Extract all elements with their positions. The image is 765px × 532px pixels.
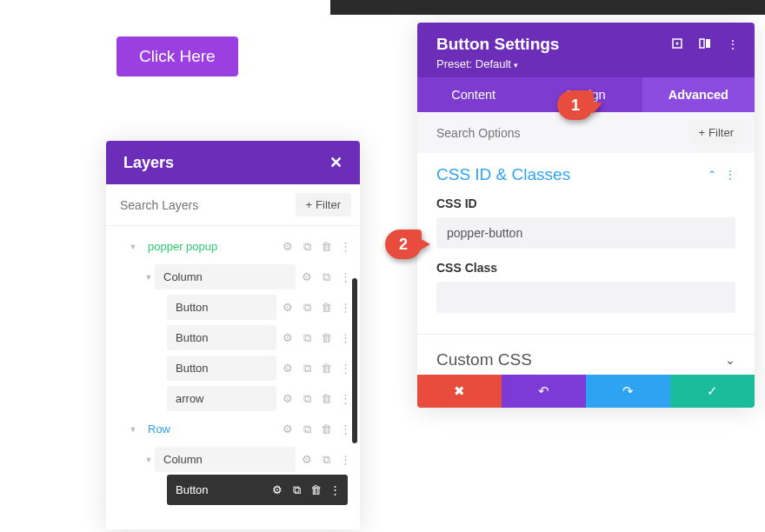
caret-icon[interactable]: ▼: [143, 456, 155, 464]
tree-row-active[interactable]: Button ⚙ ⧉ 🗑 ⋮: [167, 475, 348, 505]
cancel-button[interactable]: ✖: [417, 375, 502, 408]
gear-icon[interactable]: ⚙: [282, 240, 294, 253]
more-icon[interactable]: ⋮: [727, 37, 739, 51]
layers-panel: Layers ✕ + Filter ▼ popper popup ⚙ ⧉ 🗑 ⋮…: [106, 141, 360, 529]
tree-node-label[interactable]: Button: [167, 295, 276, 320]
field-css-class: CSS Class: [436, 261, 735, 313]
layers-tree: ▼ popper popup ⚙ ⧉ 🗑 ⋮ ▼ Column ⚙ ⧉ ⋮ Bu…: [106, 226, 360, 529]
duplicate-icon[interactable]: ⧉: [301, 301, 313, 315]
trash-icon[interactable]: 🗑: [320, 362, 332, 375]
css-class-input[interactable]: [436, 282, 735, 313]
section-css-id-classes: CSS ID & Classes ⌃ ⋮ CSS ID CSS Class: [417, 153, 755, 318]
tree-row[interactable]: arrow ⚙ ⧉ 🗑 ⋮: [106, 383, 360, 414]
tree-row[interactable]: Button ⚙ ⧉ 🗑 ⋮: [106, 353, 360, 383]
duplicate-icon[interactable]: ⧉: [301, 240, 313, 254]
tree-node-label[interactable]: Button: [167, 356, 276, 381]
duplicate-icon[interactable]: ⧉: [301, 392, 313, 406]
scrollbar[interactable]: [352, 278, 357, 443]
trash-icon[interactable]: 🗑: [320, 422, 332, 436]
tree-node-label[interactable]: popper popup: [139, 234, 276, 259]
tree-node-label[interactable]: Column: [155, 264, 296, 289]
duplicate-icon[interactable]: ⧉: [290, 483, 303, 497]
plus-icon: +: [306, 198, 313, 211]
duplicate-icon[interactable]: ⧉: [320, 453, 332, 467]
caret-icon[interactable]: ▼: [127, 243, 139, 251]
gear-icon[interactable]: ⚙: [271, 483, 283, 496]
duplicate-icon[interactable]: ⧉: [301, 422, 313, 436]
more-icon[interactable]: ⋮: [339, 362, 351, 375]
duplicate-icon[interactable]: ⧉: [320, 270, 332, 284]
more-icon[interactable]: ⋮: [339, 270, 351, 283]
tree-row[interactable]: ▼ Column ⚙ ⧉ ⋮: [106, 444, 360, 475]
more-icon[interactable]: ⋮: [339, 240, 351, 253]
redo-button[interactable]: ↷: [586, 375, 670, 408]
gear-icon[interactable]: ⚙: [282, 301, 294, 314]
filter-label: Filter: [708, 126, 734, 139]
more-icon[interactable]: ⋮: [329, 483, 341, 496]
section-title: CSS ID & Classes: [436, 165, 570, 184]
search-options-input[interactable]: [436, 126, 688, 140]
search-options-bar: + Filter: [417, 112, 755, 153]
columns-icon[interactable]: [699, 37, 711, 51]
custom-css-title: Custom CSS: [436, 350, 532, 369]
tab-advanced[interactable]: Advanced: [642, 77, 755, 112]
layers-header: Layers ✕: [106, 141, 360, 184]
expand-icon[interactable]: [671, 37, 683, 51]
gear-icon[interactable]: ⚙: [282, 362, 294, 375]
tree-row[interactable]: Button ⚙ ⧉ 🗑 ⋮: [106, 292, 360, 323]
tree-node-label[interactable]: Column: [155, 447, 296, 472]
css-id-label: CSS ID: [436, 196, 735, 210]
field-css-id: CSS ID: [436, 196, 735, 249]
tree-row[interactable]: Button ⚙ ⧉ 🗑 ⋮: [106, 323, 360, 353]
svg-point-1: [676, 43, 679, 45]
duplicate-icon[interactable]: ⧉: [301, 362, 313, 376]
more-icon[interactable]: ⋮: [339, 453, 351, 466]
gear-icon[interactable]: ⚙: [282, 422, 294, 436]
tree-node-label[interactable]: Button: [167, 325, 276, 350]
filter-button[interactable]: + Filter: [688, 121, 744, 144]
gear-icon[interactable]: ⚙: [301, 270, 313, 283]
search-layers-input[interactable]: [120, 198, 296, 212]
tree-node-label[interactable]: arrow: [167, 386, 276, 411]
trash-icon[interactable]: 🗑: [320, 301, 332, 314]
filter-button[interactable]: + Filter: [296, 193, 351, 216]
preset-dropdown[interactable]: Preset: Default: [436, 57, 739, 70]
section-custom-css[interactable]: Custom CSS ⌄: [417, 334, 755, 375]
caret-icon[interactable]: ▼: [143, 273, 155, 282]
gear-icon[interactable]: ⚙: [282, 331, 294, 344]
filter-label: Filter: [316, 198, 341, 211]
trash-icon[interactable]: 🗑: [320, 240, 332, 253]
tree-row[interactable]: ▼ Column ⚙ ⧉ ⋮: [106, 262, 360, 292]
more-icon[interactable]: ⋮: [339, 331, 351, 344]
settings-header: Button Settings ⋮ Preset: Default: [417, 23, 755, 77]
close-icon[interactable]: ✕: [329, 153, 343, 172]
trash-icon[interactable]: 🗑: [320, 392, 332, 405]
annotation-marker-2: 2: [385, 229, 422, 259]
more-icon[interactable]: ⋮: [339, 422, 351, 436]
duplicate-icon[interactable]: ⧉: [301, 331, 313, 345]
more-icon[interactable]: ⋮: [339, 301, 351, 314]
css-id-input[interactable]: [436, 217, 735, 249]
top-dark-bar: [330, 0, 765, 15]
annotation-marker-1: 1: [557, 90, 594, 120]
tree-node-label[interactable]: Row: [139, 416, 276, 442]
gear-icon[interactable]: ⚙: [282, 392, 294, 405]
more-icon[interactable]: ⋮: [339, 392, 351, 405]
button-settings-panel: Button Settings ⋮ Preset: Default Conten…: [417, 23, 755, 408]
section-header[interactable]: CSS ID & Classes ⌃ ⋮: [436, 165, 735, 184]
svg-rect-2: [700, 39, 704, 48]
undo-button[interactable]: ↶: [502, 375, 586, 408]
tree-row[interactable]: ▼ Row ⚙ ⧉ 🗑 ⋮: [106, 414, 360, 444]
more-icon[interactable]: ⋮: [725, 169, 735, 181]
tree-node-label[interactable]: Button: [167, 477, 266, 502]
chevron-down-icon[interactable]: ⌄: [725, 353, 735, 367]
gear-icon[interactable]: ⚙: [301, 453, 313, 466]
trash-icon[interactable]: 🗑: [309, 483, 322, 496]
click-here-button[interactable]: Click Here: [116, 37, 238, 76]
chevron-up-icon[interactable]: ⌃: [708, 169, 716, 181]
confirm-button[interactable]: ✓: [670, 375, 755, 408]
tab-content[interactable]: Content: [417, 77, 529, 112]
caret-icon[interactable]: ▼: [127, 425, 139, 434]
trash-icon[interactable]: 🗑: [320, 331, 332, 344]
tree-row[interactable]: ▼ popper popup ⚙ ⧉ 🗑 ⋮: [106, 231, 360, 262]
